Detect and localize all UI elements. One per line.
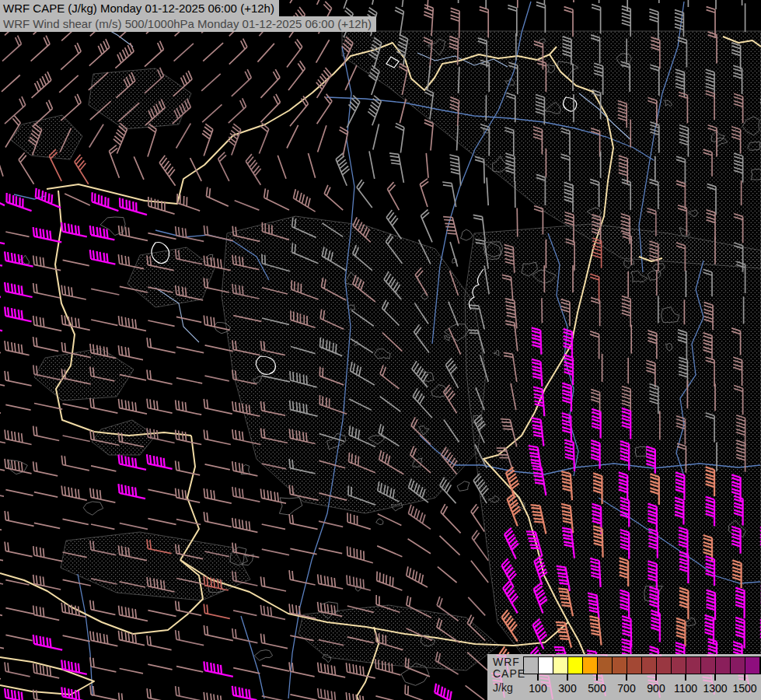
cape-scale-tickmark — [537, 674, 539, 681]
cape-legend: WRF CAPE J/kg 10030050070090011001300150… — [487, 654, 761, 700]
cape-scale-box-9 — [657, 657, 672, 674]
cape-scale-tickmark — [744, 674, 745, 681]
legend-label: WRF CAPE J/kg — [493, 656, 525, 694]
legend-label-line1: WRF — [493, 656, 525, 668]
cape-scale-box-15 — [745, 657, 760, 674]
legend-label-line3: J/kg — [493, 682, 525, 694]
cape-color-scale — [523, 656, 761, 674]
map-title-cape: WRF CAPE (J/kg) Monday 01-12-2025 06:00 … — [3, 2, 274, 15]
cape-scale-box-4 — [583, 657, 598, 674]
cape-scale-tickmark — [626, 674, 627, 681]
legend-label-line2: CAPE — [493, 668, 525, 680]
cape-scale-box-11 — [686, 657, 701, 674]
title-bar-cape: WRF CAPE (J/kg) Monday 01-12-2025 06:00 … — [0, 0, 279, 16]
cape-scale-tickmark — [567, 674, 568, 681]
map-title-shear: WRF Wind shear (m/s) 500/1000hPa Monday … — [3, 17, 372, 30]
title-bar-shear: WRF Wind shear (m/s) 500/1000hPa Monday … — [0, 16, 376, 32]
map-canvas — [0, 0, 761, 700]
cape-scale-box-14 — [731, 657, 745, 674]
cape-scale-box-8 — [642, 657, 657, 674]
cape-scale-box-13 — [716, 657, 731, 674]
cape-scale-tickmark — [655, 674, 657, 681]
cape-scale-box-2 — [553, 657, 568, 674]
cape-scale-tick-label: 1500 — [728, 682, 761, 695]
cape-scale-box-12 — [701, 657, 716, 674]
cape-scale-box-5 — [598, 657, 613, 674]
cape-scale-box-6 — [613, 657, 627, 674]
cape-scale-box-10 — [672, 657, 686, 674]
cape-scale-tickmark — [685, 674, 686, 681]
cape-scale-box-3 — [568, 657, 583, 674]
weather-map: WRF CAPE (J/kg) Monday 01-12-2025 06:00 … — [0, 0, 761, 700]
cape-scale-box-1 — [539, 657, 553, 674]
cape-scale-box-0 — [524, 657, 539, 674]
cape-scale-box-7 — [627, 657, 642, 674]
cape-scale-tickmark — [714, 674, 716, 681]
cape-scale-tickmark — [596, 674, 598, 681]
